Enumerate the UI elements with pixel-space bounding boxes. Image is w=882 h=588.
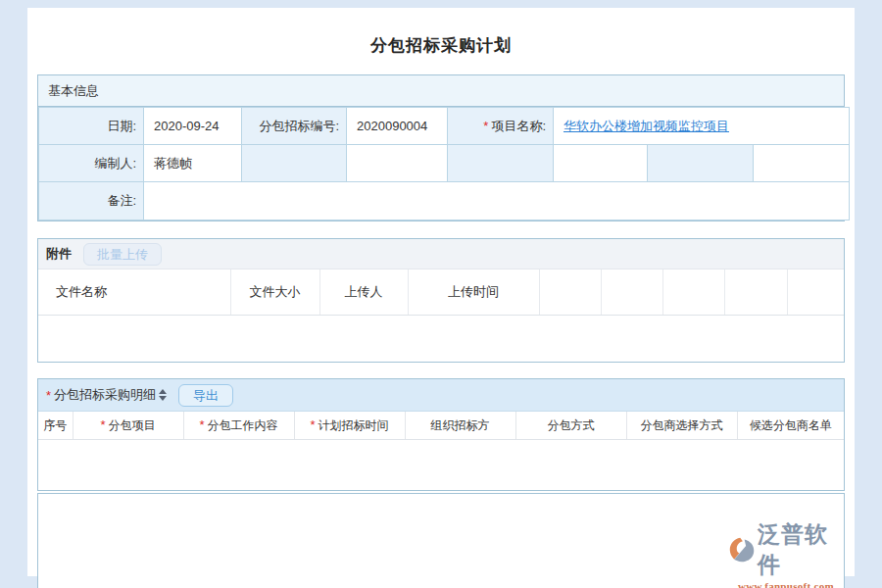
column-selection-method: 分包商选择方式 [626, 412, 737, 440]
column-subcontract-item: *分包项目 [73, 412, 183, 440]
required-mark-icon: * [483, 119, 488, 133]
fanpu-swirl-icon [728, 536, 756, 564]
main-panel: 分包招标采购计划 基本信息 日期: 2020-09-24 分包招标编号: 202… [27, 8, 855, 576]
project-name-cell: 华软办公楼增加视频监控项目 [554, 108, 850, 145]
basic-info-section-header: 基本信息 [38, 75, 844, 107]
creator-label: 编制人: [39, 145, 144, 182]
detail-section-header: * 分包招标采购明细 导出 [38, 379, 844, 412]
empty-label-cell [648, 145, 754, 182]
arrow-down-icon [159, 396, 167, 401]
brand-url: www.fanpusoft.com [738, 580, 834, 588]
empty-value-cell [347, 145, 448, 182]
empty-column [662, 270, 724, 316]
batch-upload-button[interactable]: 批量上传 [83, 243, 162, 266]
detail-table: 序号 *分包项目 *分包工作内容 *计划招标时间 组织招标方 分包方式 分包商选… [38, 412, 844, 440]
required-mark-icon: * [310, 417, 315, 432]
attachments-empty-body [38, 316, 844, 362]
bid-number-value: 2020090004 [347, 108, 448, 145]
empty-label-cell [448, 145, 554, 182]
attachments-section: 附件 批量上传 文件名称 文件大小 上传人 上传时间 [37, 238, 845, 363]
attachments-section-header: 附件 批量上传 [38, 239, 844, 270]
export-button[interactable]: 导出 [178, 384, 233, 407]
detail-title: 分包招标采购明细 [54, 386, 156, 404]
basic-info-table: 日期: 2020-09-24 分包招标编号: 2020090004 *项目名称:… [38, 107, 850, 220]
brand-logo: 泛普软件 www.fanpusoft.com [728, 519, 844, 588]
attachments-header-row: 文件名称 文件大小 上传人 上传时间 [38, 270, 844, 316]
remark-value [144, 182, 850, 220]
date-value: 2020-09-24 [144, 108, 242, 145]
empty-value-cell [754, 145, 850, 182]
footer-panel: 泛普软件 www.fanpusoft.com [37, 493, 845, 588]
empty-column [787, 270, 844, 316]
column-work-content: *分包工作内容 [183, 412, 294, 440]
column-upload-time: 上传时间 [408, 270, 539, 316]
empty-column [539, 270, 601, 316]
empty-value-cell [554, 145, 648, 182]
page-title: 分包招标采购计划 [27, 8, 855, 57]
required-mark-icon: * [199, 417, 204, 432]
empty-column [601, 270, 662, 316]
basic-info-row-1: 日期: 2020-09-24 分包招标编号: 2020090004 *项目名称:… [39, 108, 850, 145]
column-planned-bid-time: *计划招标时间 [294, 412, 405, 440]
project-link[interactable]: 华软办公楼增加视频监控项目 [564, 119, 729, 133]
column-seq: 序号 [38, 412, 73, 440]
sort-toggle-icon[interactable] [159, 389, 167, 401]
empty-column [724, 270, 787, 316]
remark-label: 备注: [39, 182, 144, 220]
attachments-table: 文件名称 文件大小 上传人 上传时间 [38, 270, 844, 316]
basic-info-section: 基本信息 日期: 2020-09-24 分包招标编号: 2020090004 *… [37, 74, 845, 221]
project-name-label: *项目名称: [448, 108, 554, 145]
attachments-title: 附件 [46, 245, 72, 263]
required-mark-icon: * [100, 417, 105, 432]
column-file-name: 文件名称 [38, 270, 230, 316]
basic-info-row-remark: 备注: [39, 182, 850, 220]
column-bid-organizer: 组织招标方 [405, 412, 515, 440]
empty-label-cell [242, 145, 347, 182]
detail-section: * 分包招标采购明细 导出 序号 *分包项目 *分包工作内容 *计划招标时间 组… [37, 378, 845, 491]
column-uploader: 上传人 [319, 270, 408, 316]
column-candidate-list: 候选分包商名单 [737, 412, 844, 440]
arrow-up-icon [159, 389, 167, 394]
column-file-size: 文件大小 [230, 270, 319, 316]
required-mark-icon: * [46, 388, 51, 403]
bid-number-label: 分包招标编号: [242, 108, 347, 145]
brand-row: 泛普软件 [728, 519, 844, 580]
date-label: 日期: [39, 108, 144, 145]
brand-name: 泛普软件 [758, 519, 844, 580]
column-subcontract-method: 分包方式 [515, 412, 626, 440]
basic-info-row-2: 编制人: 蒋德帧 [39, 145, 850, 182]
creator-value: 蒋德帧 [144, 145, 242, 182]
detail-empty-body [38, 440, 844, 490]
detail-header-row: 序号 *分包项目 *分包工作内容 *计划招标时间 组织招标方 分包方式 分包商选… [38, 412, 844, 440]
project-name-label-text: 项目名称: [491, 119, 546, 133]
